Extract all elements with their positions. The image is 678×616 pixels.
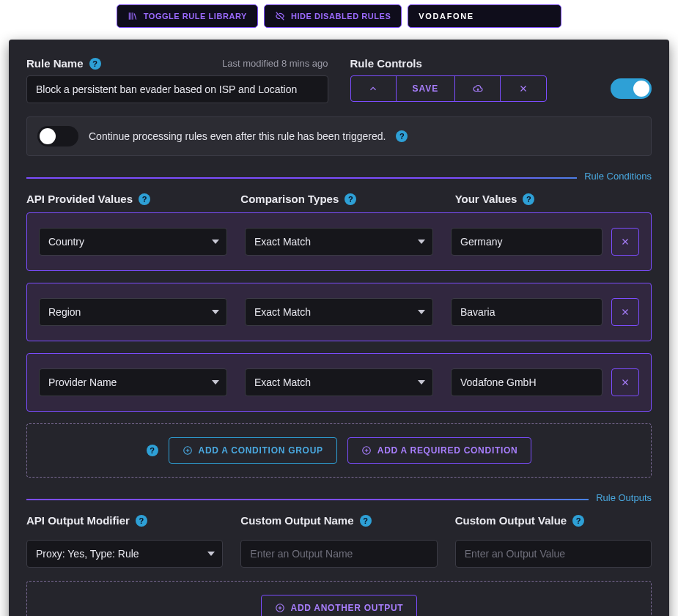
- add-output-button[interactable]: Add Another Output: [261, 595, 418, 616]
- comparison-select[interactable]: Exact Match: [245, 228, 433, 256]
- rule-search-input[interactable]: [408, 4, 561, 28]
- output-modifier-label: API Output Modifier: [26, 514, 130, 527]
- rule-enabled-toggle[interactable]: [611, 78, 652, 99]
- rule-controls-label: Rule Controls: [350, 57, 422, 70]
- output-modifier-select[interactable]: Proxy: Yes, Type: Rule: [26, 540, 223, 568]
- close-icon: [620, 237, 630, 247]
- collapse-button[interactable]: [351, 76, 397, 101]
- comparison-types-label: Comparison Types: [240, 193, 339, 205]
- comparison-select[interactable]: Exact Match: [245, 298, 433, 326]
- eye-off-icon: [275, 11, 285, 21]
- save-label: SAVE: [413, 84, 439, 94]
- rule-outputs-tag: Rule Outputs: [589, 492, 652, 503]
- add-required-label: Add a Required Condition: [377, 445, 518, 456]
- help-icon[interactable]: ?: [523, 193, 534, 205]
- cloud-button[interactable]: [455, 76, 501, 101]
- save-button[interactable]: SAVE: [397, 76, 456, 101]
- add-output-label: Add Another Output: [291, 603, 404, 613]
- output-name-input[interactable]: [240, 540, 437, 568]
- close-icon: [620, 377, 630, 387]
- condition-row: CountryExact Match: [26, 212, 652, 271]
- rule-name-label: Rule Name: [26, 57, 84, 70]
- rule-controls-group: SAVE: [350, 75, 548, 102]
- rule-conditions-tag: Rule Conditions: [577, 171, 652, 182]
- help-icon[interactable]: ?: [344, 193, 356, 205]
- remove-condition-button[interactable]: [611, 298, 639, 326]
- toggle-rule-library-button[interactable]: Toggle Rule Library: [117, 4, 258, 28]
- comparison-select[interactable]: Exact Match: [245, 368, 433, 396]
- help-icon[interactable]: ?: [89, 58, 101, 70]
- help-icon[interactable]: ?: [396, 130, 408, 142]
- your-value-input[interactable]: [451, 228, 603, 256]
- continue-processing-toggle[interactable]: [37, 126, 78, 146]
- add-condition-box: ? Add a Condition Group Add a Required C…: [26, 423, 652, 478]
- continue-processing-box: Continue processing rules even after thi…: [26, 116, 652, 156]
- output-value-label: Custom Output Value: [455, 514, 567, 527]
- your-value-input[interactable]: [451, 368, 603, 396]
- help-icon[interactable]: ?: [360, 515, 372, 527]
- condition-row: Provider NameExact Match: [26, 353, 652, 412]
- cloud-download-icon: [473, 84, 483, 94]
- rule-conditions-divider: Rule Conditions: [26, 172, 652, 182]
- output-value-input[interactable]: [455, 540, 652, 568]
- plus-circle-icon: [183, 445, 193, 456]
- close-icon: [620, 307, 630, 317]
- continue-processing-label: Continue processing rules even after thi…: [89, 130, 386, 142]
- condition-column-labels: API Provided Values? Comparison Types? Y…: [26, 193, 652, 205]
- toggle-library-label: Toggle Rule Library: [144, 12, 247, 21]
- help-icon[interactable]: ?: [136, 515, 147, 527]
- remove-condition-button[interactable]: [611, 368, 639, 396]
- add-group-label: Add a Condition Group: [199, 445, 323, 456]
- add-required-condition-button[interactable]: Add a Required Condition: [347, 437, 532, 464]
- api-value-select[interactable]: Country: [39, 228, 227, 256]
- help-icon[interactable]: ?: [139, 193, 150, 205]
- last-modified: Last modified 8 mins ago: [222, 58, 328, 69]
- plus-circle-icon: [361, 445, 372, 456]
- add-condition-group-button[interactable]: Add a Condition Group: [169, 437, 337, 464]
- remove-condition-button[interactable]: [611, 228, 639, 256]
- api-values-label: API Provided Values: [26, 193, 133, 205]
- help-icon[interactable]: ?: [147, 445, 158, 456]
- chevron-up-icon: [368, 84, 378, 94]
- plus-circle-icon: [275, 603, 285, 613]
- rule-outputs-divider: Rule Outputs: [26, 494, 652, 504]
- hide-disabled-label: Hide Disabled Rules: [291, 12, 391, 21]
- add-output-box: Add Another Output: [26, 581, 652, 616]
- library-icon: [128, 11, 138, 21]
- api-value-select[interactable]: Provider Name: [39, 368, 227, 396]
- rule-editor-panel: Rule Name ? Last modified 8 mins ago Rul…: [9, 40, 669, 616]
- your-values-label: Your Values: [455, 193, 517, 205]
- close-icon: [518, 84, 528, 94]
- rule-name-input[interactable]: [26, 75, 328, 103]
- output-name-label: Custom Output Name: [240, 514, 353, 527]
- your-value-input[interactable]: [451, 298, 603, 326]
- condition-row: RegionExact Match: [26, 283, 652, 341]
- help-icon[interactable]: ?: [572, 515, 584, 527]
- api-value-select[interactable]: Region: [39, 298, 227, 326]
- delete-button[interactable]: [501, 76, 546, 101]
- hide-disabled-rules-button[interactable]: Hide Disabled Rules: [264, 4, 402, 28]
- topbar: Toggle Rule Library Hide Disabled Rules: [0, 0, 678, 35]
